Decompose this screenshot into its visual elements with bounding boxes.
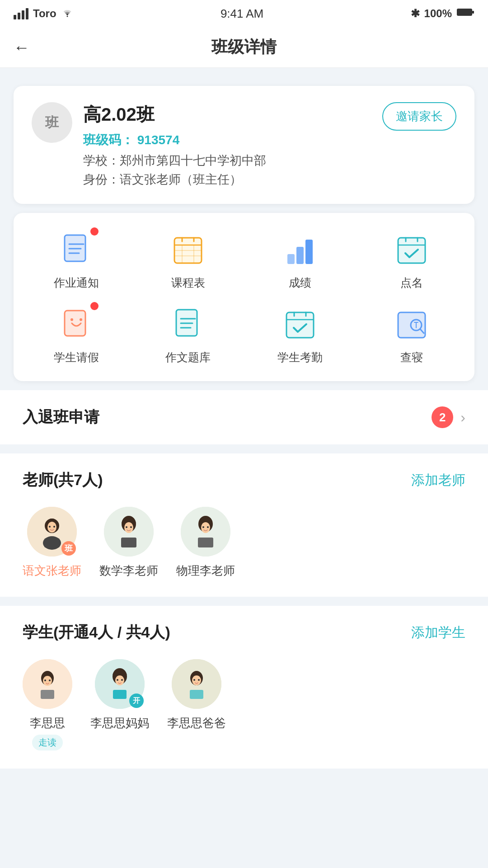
check-attendance-icon xyxy=(282,306,318,342)
applications-title: 入退班申请 xyxy=(23,407,99,428)
svg-rect-52 xyxy=(44,538,60,547)
teacher-name-2: 数学李老师 xyxy=(99,563,158,579)
menu-item-essay[interactable]: 作文题库 xyxy=(135,304,242,365)
teacher-name-1: 语文张老师 xyxy=(23,563,81,579)
carrier-label: Toro xyxy=(33,7,56,20)
svg-point-61 xyxy=(201,522,210,533)
students-title: 学生(开通4人 / 共4人) xyxy=(23,622,170,643)
check-icon-wrap xyxy=(280,304,320,344)
teacher-item-1[interactable]: 班 语文张老师 xyxy=(23,507,81,579)
bluetooth-icon: ✱ xyxy=(411,7,420,20)
svg-rect-34 xyxy=(286,312,314,338)
class-school: 学校：郑州市第四十七中学初中部 xyxy=(83,152,371,169)
class-identity: 身份：语文张老师（班主任） xyxy=(83,171,371,188)
svg-rect-1 xyxy=(457,9,472,16)
class-code: 班级码： 913574 xyxy=(83,132,371,149)
svg-point-62 xyxy=(202,526,204,528)
students-section: 学生(开通4人 / 共4人) 添加学生 李思思 xyxy=(0,606,488,769)
svg-rect-18 xyxy=(296,247,304,264)
menu-item-check[interactable]: 学生考勤 xyxy=(246,304,354,365)
back-button[interactable]: ← xyxy=(14,38,30,57)
add-student-button[interactable]: 添加学生 xyxy=(411,623,465,642)
dorm-label: 查寝 xyxy=(400,350,423,365)
dorm-icon xyxy=(394,306,430,342)
student-item-2[interactable]: 开 李思思妈妈 xyxy=(90,659,149,750)
homework-icon-wrap xyxy=(56,229,97,270)
head-teacher-badge: 班 xyxy=(61,541,76,556)
essay-label: 作文题库 xyxy=(165,350,211,365)
schedule-icon-wrap xyxy=(168,229,208,270)
teacher-item-2[interactable]: 数学李老师 xyxy=(99,507,158,579)
invite-parents-button[interactable]: 邀请家长 xyxy=(382,102,456,131)
student-avatar-3 xyxy=(172,659,221,709)
essay-icon xyxy=(170,306,206,342)
student-name-3: 李思思爸爸 xyxy=(167,715,226,731)
leave-icon xyxy=(58,306,94,342)
svg-point-75 xyxy=(121,679,123,681)
class-info-top: 班 高2.02班 班级码： 913574 学校：郑州市第四十七中学初中部 身份：… xyxy=(32,102,456,188)
menu-item-homework[interactable]: 作业通知 xyxy=(23,229,130,290)
teachers-header: 老师(共7人) 添加老师 xyxy=(23,470,465,491)
chevron-right-icon: › xyxy=(460,409,465,426)
student-item-3[interactable]: 李思思爸爸 xyxy=(167,659,226,750)
students-list: 李思思 走读 开 xyxy=(23,659,465,750)
grades-label: 成绩 xyxy=(289,275,311,290)
attendance-icon-wrap xyxy=(391,229,432,270)
students-header: 学生(开通4人 / 共4人) 添加学生 xyxy=(23,622,465,643)
status-left: Toro xyxy=(14,7,74,20)
leave-icon-wrap xyxy=(56,304,97,344)
menu-item-dorm[interactable]: 查寝 xyxy=(358,304,466,365)
teachers-list: 班 语文张老师 数学李老师 xyxy=(23,507,465,579)
teacher-avatar-3 xyxy=(181,507,230,557)
applications-right: 2 › xyxy=(432,406,465,428)
svg-point-50 xyxy=(53,526,55,528)
menu-item-leave[interactable]: 学生请假 xyxy=(23,304,130,365)
svg-point-56 xyxy=(126,526,127,528)
menu-item-attendance[interactable]: 点名 xyxy=(358,229,466,290)
svg-point-28 xyxy=(80,318,82,321)
main-content: 班 高2.02班 班级码： 913574 学校：郑州市第四十七中学初中部 身份：… xyxy=(0,68,488,787)
schedule-label: 课程表 xyxy=(171,275,205,290)
menu-item-grades[interactable]: 成绩 xyxy=(246,229,354,290)
svg-point-27 xyxy=(70,318,73,321)
teachers-section: 老师(共7人) 添加老师 班 xyxy=(0,453,488,597)
add-teacher-button[interactable]: 添加老师 xyxy=(411,471,465,490)
page-header: ← 班级详情 xyxy=(0,27,488,68)
homework-label: 作业通知 xyxy=(54,275,99,290)
teacher-avatar-2 xyxy=(104,507,154,557)
menu-item-schedule[interactable]: 课程表 xyxy=(135,229,242,290)
svg-rect-20 xyxy=(398,238,425,263)
teacher-item-3[interactable]: 物理李老师 xyxy=(176,507,235,579)
svg-point-55 xyxy=(124,522,133,533)
check-label: 学生考勤 xyxy=(277,350,323,365)
status-bar: Toro 9:41 AM ✱ 100% xyxy=(0,0,488,27)
signal-icon xyxy=(14,8,28,19)
student-name-2: 李思思妈妈 xyxy=(90,715,149,731)
status-right: ✱ 100% xyxy=(411,7,474,20)
svg-point-48 xyxy=(47,522,56,533)
homework-badge xyxy=(90,227,99,236)
applications-row[interactable]: 入退班申请 2 › xyxy=(0,390,488,444)
menu-grid: 作业通知 课程表 xyxy=(23,229,465,365)
page-title: 班级详情 xyxy=(211,36,277,58)
svg-rect-76 xyxy=(113,690,127,699)
svg-rect-25 xyxy=(65,311,85,336)
attendance-icon xyxy=(394,231,430,268)
svg-point-80 xyxy=(193,679,195,681)
student-avatar-2: 开 xyxy=(95,659,145,709)
student-name-1: 李思思 xyxy=(30,715,65,731)
svg-rect-58 xyxy=(121,538,136,547)
svg-point-69 xyxy=(49,679,51,681)
status-time: 9:41 AM xyxy=(221,7,263,21)
svg-point-74 xyxy=(117,679,118,681)
leave-label: 学生请假 xyxy=(54,350,99,365)
svg-rect-2 xyxy=(472,11,474,14)
svg-rect-17 xyxy=(287,254,295,264)
class-avatar: 班 xyxy=(32,102,72,143)
student-item-1[interactable]: 李思思 走读 xyxy=(23,659,72,750)
student-status-tag-1: 走读 xyxy=(32,735,63,750)
essay-icon-wrap xyxy=(168,304,208,344)
open-badge-student2: 开 xyxy=(129,693,144,708)
class-code-value: 913574 xyxy=(137,133,179,147)
svg-point-68 xyxy=(44,679,46,681)
